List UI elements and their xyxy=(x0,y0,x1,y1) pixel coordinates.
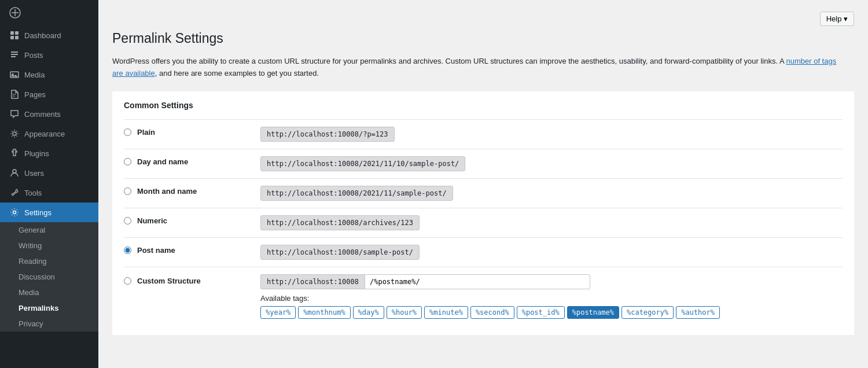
label-post-name[interactable]: Post name xyxy=(137,246,175,255)
sidebar-item-users[interactable]: Users xyxy=(0,163,98,183)
pages-icon xyxy=(9,89,20,100)
tag-category[interactable]: %category% xyxy=(621,306,674,319)
sidebar-label-users: Users xyxy=(24,169,44,178)
option-row-month-and-name: Month and name http://localhost:10008/20… xyxy=(124,178,843,208)
url-day-and-name: http://localhost:10008/2021/11/10/sample… xyxy=(260,156,465,171)
url-numeric: http://localhost:10008/archives/123 xyxy=(260,215,420,230)
sidebar-item-comments[interactable]: Comments xyxy=(0,104,98,124)
media-icon xyxy=(9,69,20,80)
available-tags-label: Available tags: xyxy=(260,294,720,303)
sidebar-logo xyxy=(0,0,98,25)
comments-icon xyxy=(9,109,20,119)
sidebar-label-posts: Posts xyxy=(24,51,43,60)
label-custom-structure[interactable]: Custom Structure xyxy=(137,277,201,285)
label-numeric[interactable]: Numeric xyxy=(137,216,167,225)
option-row-post-name: Post name http://localhost:10008/sample-… xyxy=(124,237,843,267)
svg-rect-1 xyxy=(10,31,14,35)
sidebar-label-dashboard: Dashboard xyxy=(24,31,61,40)
submenu-item-writing[interactable]: Writing xyxy=(0,238,98,253)
svg-rect-3 xyxy=(10,36,14,39)
svg-point-9 xyxy=(13,211,16,214)
sidebar-item-tools[interactable]: Tools xyxy=(0,183,98,203)
label-plain[interactable]: Plain xyxy=(137,128,155,137)
sidebar-label-media: Media xyxy=(24,71,45,79)
submenu-item-permalinks[interactable]: Permalinks xyxy=(0,300,98,316)
url-month-and-name: http://localhost:10008/2021/11/sample-po… xyxy=(260,186,453,201)
radio-numeric[interactable] xyxy=(124,217,131,225)
sidebar-label-comments: Comments xyxy=(24,110,61,119)
dashboard-icon xyxy=(9,30,20,41)
svg-point-8 xyxy=(13,170,16,173)
radio-month-and-name[interactable] xyxy=(124,187,131,195)
submenu-item-privacy[interactable]: Privacy xyxy=(0,316,98,332)
url-post-name: http://localhost:10008/sample-post/ xyxy=(260,245,420,260)
option-row-custom-structure: Custom Structure http://localhost:10008 … xyxy=(124,267,843,326)
sidebar-item-posts[interactable]: Posts xyxy=(0,45,98,65)
custom-structure-base-url: http://localhost:10008 xyxy=(260,274,365,289)
svg-rect-4 xyxy=(15,36,19,39)
users-icon xyxy=(9,168,20,178)
submenu-item-general[interactable]: General xyxy=(0,222,98,238)
tag-monthnum[interactable]: %monthnum% xyxy=(298,306,350,319)
radio-post-name[interactable] xyxy=(124,246,131,254)
page-description: WordPress offers you the ability to crea… xyxy=(112,56,841,80)
settings-submenu: General Writing Reading Discussion Media… xyxy=(0,222,98,332)
sidebar-item-dashboard[interactable]: Dashboard xyxy=(0,25,98,45)
tag-hour[interactable]: %hour% xyxy=(387,306,422,319)
option-row-plain: Plain http://localhost:10008/?p=123 xyxy=(124,119,843,149)
tag-post-id[interactable]: %post_id% xyxy=(517,306,565,319)
tag-author[interactable]: %author% xyxy=(676,306,720,319)
option-row-day-and-name: Day and name http://localhost:10008/2021… xyxy=(124,149,843,178)
radio-plain[interactable] xyxy=(124,128,131,136)
label-month-and-name[interactable]: Month and name xyxy=(137,187,197,196)
sidebar-label-plugins: Plugins xyxy=(24,149,49,158)
settings-container: Common Settings Plain http://localhost:1… xyxy=(112,91,854,335)
sidebar-label-settings: Settings xyxy=(24,208,52,217)
description-text-after: , and here are some examples to get you … xyxy=(155,69,319,78)
tag-second[interactable]: %second% xyxy=(470,306,514,319)
common-settings-title: Common Settings xyxy=(124,101,843,110)
custom-structure-controls: http://localhost:10008 Available tags: %… xyxy=(260,274,720,319)
label-day-and-name[interactable]: Day and name xyxy=(137,157,188,166)
plugins-icon xyxy=(9,148,20,159)
page-title: Permalink Settings xyxy=(112,31,854,46)
tag-day[interactable]: %day% xyxy=(353,306,384,319)
custom-structure-input[interactable] xyxy=(365,274,590,289)
posts-icon xyxy=(9,50,20,60)
sidebar-item-media[interactable]: Media xyxy=(0,65,98,84)
tags-container: %year% %monthnum% %day% %hour% %minute% … xyxy=(260,306,720,319)
sidebar-label-pages: Pages xyxy=(24,90,46,99)
svg-rect-2 xyxy=(15,31,19,35)
submenu-item-discussion[interactable]: Discussion xyxy=(0,269,98,285)
sidebar-item-pages[interactable]: Pages xyxy=(0,84,98,104)
tag-year[interactable]: %year% xyxy=(260,306,296,319)
sidebar: Dashboard Posts Media Pages Comments App… xyxy=(0,0,98,368)
radio-day-and-name[interactable] xyxy=(124,158,131,165)
sidebar-label-appearance: Appearance xyxy=(24,130,65,138)
settings-icon xyxy=(9,207,20,218)
tag-minute[interactable]: %minute% xyxy=(424,306,468,319)
help-button[interactable]: Help ▾ xyxy=(820,12,854,26)
description-text-before: WordPress offers you the ability to crea… xyxy=(112,57,786,65)
main-content: Help ▾ Permalink Settings WordPress offe… xyxy=(98,0,868,368)
submenu-item-reading[interactable]: Reading xyxy=(0,253,98,269)
sidebar-item-settings[interactable]: Settings xyxy=(0,203,98,222)
sidebar-item-plugins[interactable]: Plugins xyxy=(0,143,98,163)
option-row-numeric: Numeric http://localhost:10008/archives/… xyxy=(124,208,843,237)
sidebar-label-tools: Tools xyxy=(24,189,42,197)
radio-custom-structure[interactable] xyxy=(124,277,131,285)
tools-icon xyxy=(9,187,20,198)
tag-postname[interactable]: %postname% xyxy=(567,306,619,319)
svg-point-7 xyxy=(13,132,16,135)
appearance-icon xyxy=(9,128,20,139)
url-plain: http://localhost:10008/?p=123 xyxy=(260,127,395,142)
sidebar-item-appearance[interactable]: Appearance xyxy=(0,124,98,143)
submenu-item-media[interactable]: Media xyxy=(0,285,98,300)
